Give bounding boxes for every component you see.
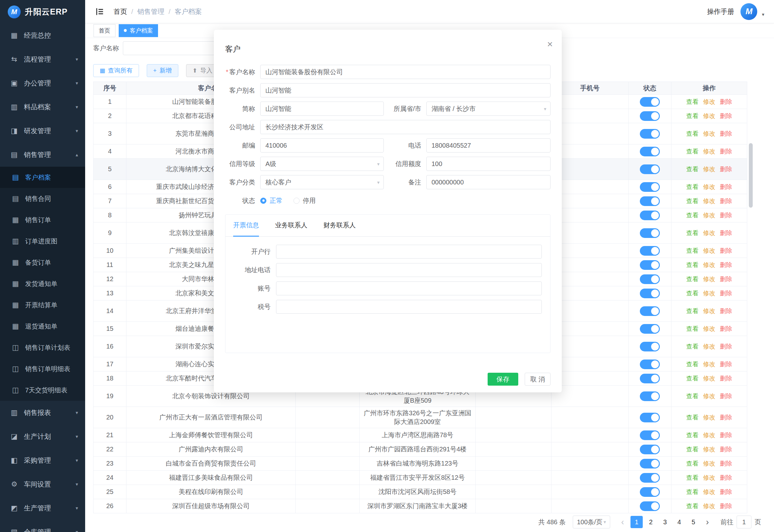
sidebar-item[interactable]: ▦ 退货通知单 — [0, 316, 85, 337]
next-page-button[interactable]: › — [704, 518, 711, 527]
status-toggle[interactable] — [640, 430, 660, 440]
edit-link[interactable]: 修改 — [703, 325, 715, 332]
collapse-menu-icon[interactable] — [95, 7, 104, 16]
edit-link[interactable]: 修改 — [703, 183, 715, 190]
status-toggle[interactable] — [640, 342, 660, 351]
avatar[interactable]: M — [740, 3, 757, 20]
view-link[interactable]: 查看 — [686, 343, 699, 350]
customer-name-input[interactable] — [260, 65, 551, 79]
edit-link[interactable]: 修改 — [703, 98, 715, 105]
view-link[interactable]: 查看 — [686, 113, 699, 119]
invoice-field-input[interactable] — [276, 245, 542, 259]
query-all-button[interactable]: ▦ 查询所有 — [93, 64, 139, 77]
delete-link[interactable]: 删除 — [720, 503, 732, 509]
delete-link[interactable]: 删除 — [720, 166, 732, 172]
edit-link[interactable]: 修改 — [703, 166, 715, 172]
sidebar-item[interactable]: ▦ 发货通知单 — [0, 273, 85, 294]
phone-input[interactable] — [426, 138, 551, 153]
view-link[interactable]: 查看 — [686, 148, 699, 155]
edit-link[interactable]: 修改 — [703, 432, 715, 438]
sidebar-item[interactable]: ▤ 销售管理 ▴ — [0, 143, 85, 167]
sidebar-item[interactable]: ◫ 7天交货明细表 — [0, 379, 85, 401]
page-size-select[interactable]: 100条/页 ▾ — [573, 516, 610, 528]
sidebar-item[interactable]: ◧ 采购管理 ▾ — [0, 448, 85, 472]
view-link[interactable]: 查看 — [686, 375, 699, 382]
edit-link[interactable]: 修改 — [703, 393, 715, 399]
invoice-field-input[interactable] — [276, 263, 542, 277]
view-link[interactable]: 查看 — [686, 325, 699, 332]
delete-link[interactable]: 删除 — [720, 183, 732, 190]
edit-link[interactable]: 修改 — [703, 148, 715, 155]
view-link[interactable]: 查看 — [686, 230, 699, 236]
breadcrumb-home[interactable]: 首页 — [114, 7, 127, 16]
sidebar-item[interactable]: ▧ 仓库管理 ▾ — [0, 520, 85, 532]
invoice-field-input[interactable] — [276, 281, 542, 295]
status-toggle[interactable] — [640, 501, 660, 511]
page-number-button[interactable]: 3 — [659, 516, 671, 528]
delete-link[interactable]: 删除 — [720, 474, 732, 481]
page-number-button[interactable]: 2 — [645, 516, 657, 528]
manual-link[interactable]: 操作手册 — [707, 7, 734, 16]
sidebar-item[interactable]: ▦ 开票结算单 — [0, 294, 85, 316]
view-link[interactable]: 查看 — [686, 488, 699, 495]
edit-link[interactable]: 修改 — [703, 113, 715, 119]
delete-link[interactable]: 删除 — [720, 130, 732, 137]
sidebar-item[interactable]: ◩ 生产管理 ▾ — [0, 496, 85, 520]
status-toggle[interactable] — [640, 391, 660, 401]
company-address-input[interactable] — [260, 120, 551, 134]
delete-link[interactable]: 删除 — [720, 230, 732, 236]
view-link[interactable]: 查看 — [686, 98, 699, 105]
view-link[interactable]: 查看 — [686, 130, 699, 137]
status-toggle[interactable] — [640, 147, 660, 156]
page-number-button[interactable]: 5 — [687, 516, 700, 528]
edit-link[interactable]: 修改 — [703, 414, 715, 421]
sidebar-item[interactable]: ▥ 料品档案 ▾ — [0, 95, 85, 119]
status-toggle[interactable] — [640, 260, 660, 270]
sidebar-item[interactable]: ▦ 备货订单 — [0, 252, 85, 273]
status-radio[interactable]: 停用 — [293, 196, 316, 205]
breadcrumb-section[interactable]: 销售管理 — [137, 7, 164, 16]
credit-limit-input[interactable] — [426, 157, 551, 171]
customer-category-select[interactable]: 核心客户 — [260, 175, 384, 189]
sidebar-item[interactable]: ⚙ 车间设置 ▾ — [0, 472, 85, 496]
dialog-tab[interactable]: 开票信息 — [233, 215, 259, 237]
status-toggle[interactable] — [640, 246, 660, 256]
view-link[interactable]: 查看 — [686, 393, 699, 399]
table-scrollbar[interactable] — [749, 143, 753, 208]
delete-link[interactable]: 删除 — [720, 148, 732, 155]
sidebar-item[interactable]: ▦ 经营总控 — [0, 24, 85, 47]
status-toggle[interactable] — [640, 182, 660, 192]
delete-link[interactable]: 删除 — [720, 325, 732, 332]
edit-link[interactable]: 修改 — [703, 503, 715, 509]
delete-link[interactable]: 删除 — [720, 343, 732, 350]
status-toggle[interactable] — [640, 324, 660, 334]
close-icon[interactable]: × — [547, 39, 553, 49]
edit-link[interactable]: 修改 — [703, 460, 715, 467]
status-toggle[interactable] — [640, 228, 660, 238]
sidebar-item[interactable]: ◪ 生产计划 ▾ — [0, 425, 85, 448]
view-link[interactable]: 查看 — [686, 290, 699, 297]
delete-link[interactable]: 删除 — [720, 446, 732, 453]
sidebar-item[interactable]: ▤ 客户档案 — [0, 167, 85, 188]
sidebar-item[interactable]: ▦ 销售订单 — [0, 209, 85, 231]
status-toggle[interactable] — [640, 413, 660, 422]
status-toggle[interactable] — [640, 487, 660, 497]
delete-link[interactable]: 删除 — [720, 247, 732, 254]
delete-link[interactable]: 删除 — [720, 460, 732, 467]
view-link[interactable]: 查看 — [686, 361, 699, 368]
status-toggle[interactable] — [640, 111, 660, 121]
credit-level-select[interactable]: A级 — [260, 157, 384, 171]
view-link[interactable]: 查看 — [686, 503, 699, 509]
delete-link[interactable]: 删除 — [720, 261, 732, 268]
delete-link[interactable]: 删除 — [720, 290, 732, 297]
status-toggle[interactable] — [640, 211, 660, 220]
view-link[interactable]: 查看 — [686, 446, 699, 453]
view-link[interactable]: 查看 — [686, 460, 699, 467]
edit-link[interactable]: 修改 — [703, 130, 715, 137]
view-link[interactable]: 查看 — [686, 198, 699, 204]
edit-link[interactable]: 修改 — [703, 198, 715, 204]
delete-link[interactable]: 删除 — [720, 488, 732, 495]
edit-link[interactable]: 修改 — [703, 247, 715, 254]
dialog-tab[interactable]: 业务联系人 — [275, 215, 307, 237]
status-toggle[interactable] — [640, 445, 660, 454]
